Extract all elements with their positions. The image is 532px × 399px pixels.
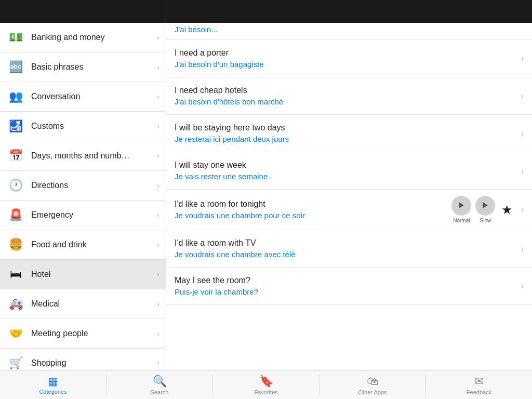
phrase-text-block-3: I will stay one week Je vais rester une … [175,161,517,181]
phrase-text-block-1: I need cheap hotels J'ai besoin d'hôtels… [175,86,517,106]
sidebar-item-banking[interactable]: 💵 Banking and money › [0,23,166,52]
phrase-english-4: I'd like a room for tonight [175,200,451,209]
phrase-actions-4: Normal Slow ★ › [451,196,524,223]
tab-icon-categories: ▦ [48,375,58,388]
sidebar-label-customs: Customs [31,122,157,131]
sidebar-item-food[interactable]: 🍔 Food and drink › [0,230,166,260]
phrase-english-5: I'd like a room with TV [175,238,517,248]
chevron-icon-hotel: › [157,270,159,278]
sidebar-item-shopping[interactable]: 🛒 Shopping › [0,349,166,370]
phrase-chevron-5: › [521,245,524,253]
sidebar-icon-food: 🍔 [6,235,25,254]
header [0,0,532,23]
slow-play-button[interactable] [475,196,495,216]
tab-favorites[interactable]: 🔖 Favorites [213,371,319,398]
phrase-chevron-2: › [521,129,524,138]
phrase-french-3: Je vais rester une semaine [175,172,517,181]
phrase-french-5: Je voudrais une chambre avec télé [175,250,517,259]
partial-french-text: J'ai besoin... [175,25,218,34]
phrase-english-6: May I see the room? [175,276,517,285]
tab-icon-search: 🔍 [153,375,167,388]
chevron-icon-days: › [157,152,159,160]
phrase-text-block-0: I need a porter J'ai besoin d'un bagagis… [175,48,517,69]
sidebar-label-meeting: Meeting people [31,329,157,338]
chevron-icon-directions: › [157,181,159,190]
phrase-english-1: I need cheap hotels [175,86,517,95]
sidebar-icon-banking: 💵 [6,28,25,47]
phrase-text-block-2: I will be staying here two days Je reste… [175,123,517,143]
sidebar-item-meeting[interactable]: 🤝 Meeting people › [0,319,166,349]
phrase-english-2: I will be staying here two days [175,123,517,132]
sidebar-item-conversation[interactable]: 👥 Conversation › [0,82,166,112]
sidebar-item-customs[interactable]: 🛃 Customs › [0,112,166,141]
tab-label-other-apps: Other Apps [358,389,387,395]
sidebar-icon-meeting: 🤝 [6,324,25,343]
sidebar-label-hotel: Hotel [31,270,157,279]
sidebar-label-shopping: Shopping [31,358,157,368]
sidebar-item-hotel[interactable]: 🛏 Hotel › [0,260,166,289]
chevron-icon-shopping: › [157,359,159,367]
header-hotel-title [166,0,532,23]
phrase-text-block-6: May I see the room? Puis-je voir la cham… [175,276,517,296]
phrase-chevron-6: › [521,282,524,290]
sidebar-label-days: Days, months and numb… [31,151,157,161]
tab-other-apps[interactable]: 🛍 Other Apps [320,371,425,398]
phrase-french-0: J'ai besoin d'un bagagiste [175,60,517,69]
tab-categories[interactable]: ▦ Categories [0,372,106,398]
tab-icon-favorites: 🔖 [259,375,273,388]
phrase-french-6: Puis-je voir la chambre? [175,287,517,296]
sidebar-icon-emergency: 🚨 [6,206,25,224]
sidebar-label-medical: Medical [31,299,157,309]
chevron-icon-basic-phrases: › [157,63,159,71]
phrase-text-block-4: I'd like a room for tonight Je voudrais … [175,200,451,220]
tab-label-categories: Categories [39,389,66,395]
normal-play-label: Normal [453,218,470,223]
phrase-english-0: I need a porter [175,48,517,58]
chevron-icon-food: › [157,241,159,249]
sidebar-item-emergency[interactable]: 🚨 Emergency › [0,201,166,230]
sidebar: 💵 Banking and money › 🔤 Basic phrases › … [0,23,166,370]
phrase-chevron-0: › [521,55,524,63]
phrase-item-5[interactable]: I'd like a room with TV Je voudrais une … [166,230,532,268]
sidebar-label-food: Food and drink [31,240,157,249]
phrase-french-2: Je resterai ici pendant deux jours [175,135,517,143]
phrase-chevron-1: › [521,92,524,100]
tab-search[interactable]: 🔍 Search [107,371,212,398]
sidebar-icon-conversation: 👥 [6,87,25,106]
sidebar-item-basic-phrases[interactable]: 🔤 Basic phrases › [0,52,166,82]
phrase-item-3[interactable]: I will stay one week Je vais rester une … [166,152,532,190]
sidebar-item-medical[interactable]: 🚑 Medical › [0,289,166,319]
phrase-chevron-3: › [521,167,524,175]
phrase-item-0[interactable]: I need a porter J'ai besoin d'un bagagis… [166,40,532,77]
slow-play-icon [483,202,488,208]
normal-play-wrap: Normal [451,196,471,223]
phrase-english-3: I will stay one week [175,161,517,170]
header-categories-title [0,0,166,23]
slow-play-label: Slow [480,218,491,223]
phrase-item-partial: J'ai besoin... [166,23,532,40]
sidebar-icon-shopping: 🛒 [6,354,25,370]
tab-label-feedback: Feedback [467,389,491,395]
slow-play-wrap: Slow [475,196,495,223]
chevron-icon-conversation: › [157,92,159,101]
phrase-item-1[interactable]: I need cheap hotels J'ai besoin d'hôtels… [166,77,532,115]
phrase-chevron-4: › [521,206,524,214]
sidebar-icon-days: 📅 [6,147,25,165]
tab-feedback[interactable]: ✉ Feedback [426,371,532,398]
sidebar-label-conversation: Conversation [31,92,157,101]
chevron-icon-medical: › [157,300,159,308]
phrase-item-2[interactable]: I will be staying here two days Je reste… [166,115,532,152]
main-content: 💵 Banking and money › 🔤 Basic phrases › … [0,23,532,370]
sidebar-label-emergency: Emergency [31,210,157,220]
sidebar-item-directions[interactable]: 🕐 Directions › [0,171,166,201]
normal-play-button[interactable] [451,196,471,216]
sidebar-icon-hotel: 🛏 [6,265,25,284]
tab-bar: ▦ Categories 🔍 Search 🔖 Favorites 🛍 Othe… [0,370,532,399]
sidebar-icon-medical: 🚑 [6,295,25,313]
sidebar-item-days[interactable]: 📅 Days, months and numb… › [0,141,166,171]
favorite-star-button[interactable]: ★ [499,203,515,217]
phrase-item-4[interactable]: I'd like a room for tonight Je voudrais … [166,190,532,230]
normal-play-icon [459,202,464,208]
phrase-item-6[interactable]: May I see the room? Puis-je voir la cham… [166,268,532,305]
tab-label-favorites: Favorites [254,389,277,395]
